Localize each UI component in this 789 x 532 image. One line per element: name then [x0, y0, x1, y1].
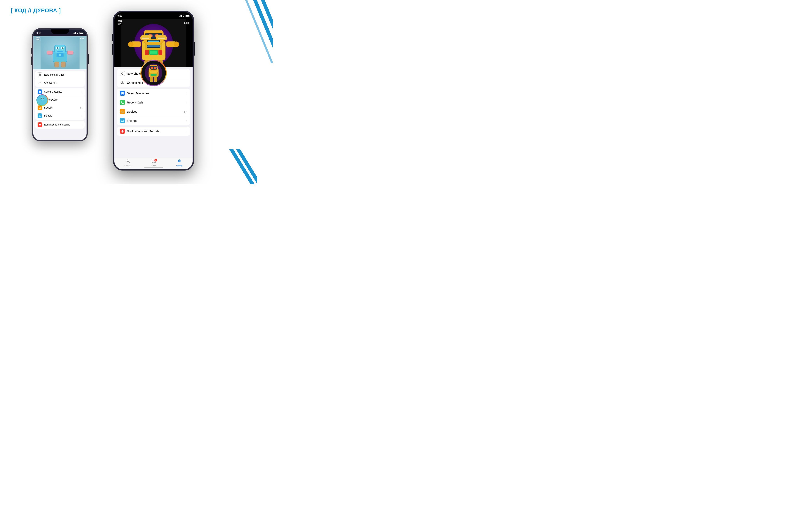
saved-chevron-left: › — [82, 91, 82, 93]
svg-rect-25 — [38, 39, 39, 40]
folders-chevron-right: › — [186, 119, 187, 122]
svg-point-92 — [154, 66, 156, 69]
saved-icon-right — [120, 91, 125, 96]
time-left: 9:18 — [36, 32, 41, 35]
svg-rect-81 — [118, 23, 119, 24]
signal-left — [73, 32, 76, 34]
svg-rect-71 — [158, 50, 162, 55]
menu-item-notif-left[interactable]: Notifications and Sounds › — [35, 121, 84, 129]
svg-point-64 — [174, 41, 179, 47]
svg-rect-60 — [148, 40, 159, 42]
svg-rect-12 — [57, 51, 63, 52]
saved-icon-left — [38, 90, 42, 94]
settings-tab-icon — [177, 159, 182, 164]
svg-point-63 — [128, 41, 133, 47]
qr-button-right[interactable] — [118, 20, 122, 25]
devices-label-right: Devices — [127, 110, 183, 113]
edit-button-right[interactable]: Edit — [184, 21, 189, 24]
robot-illustration-small — [40, 37, 79, 69]
phone-frame-left: 9:18 ▲ — [32, 28, 88, 141]
notif-label-left: Notifications and Sounds — [44, 124, 82, 126]
contacts-tab-icon — [126, 159, 130, 164]
menu-item-nft-left[interactable]: Choose NFT — [35, 79, 84, 87]
svg-point-91 — [150, 66, 153, 69]
edit-button-left[interactable]: Edit — [80, 37, 84, 40]
robot-bg-small — [33, 36, 87, 69]
svg-rect-14 — [68, 51, 73, 54]
logo-text-kod: КОД — [15, 7, 28, 14]
svg-line-3 — [230, 149, 257, 184]
side-btn-right-left2 — [112, 44, 113, 55]
side-btn-right-right — [194, 42, 195, 56]
side-btn-right-left1 — [112, 34, 113, 41]
phone-right: 9:18 ▲ — [113, 11, 194, 171]
menu-section-notif-right: Notifications and Sounds › — [117, 127, 190, 136]
side-btn-left1 — [31, 48, 32, 54]
devices-chevron-left: › — [82, 107, 82, 109]
svg-rect-85 — [121, 23, 122, 24]
battery-right — [186, 15, 189, 17]
saved-chevron-right: › — [186, 92, 187, 95]
notch — [51, 30, 69, 34]
qr-button-left[interactable] — [36, 37, 40, 41]
deco-lines-bottom-right — [218, 149, 257, 184]
wifi-left: ▲ — [77, 32, 79, 34]
menu-item-devices-right[interactable]: Devices 3 › — [117, 107, 190, 116]
devices-chevron-right: › — [186, 110, 187, 113]
chats-badge: 2 — [154, 159, 157, 162]
qr-icon-right — [118, 20, 122, 24]
svg-rect-45 — [39, 107, 40, 108]
folders-label-right: Folders — [127, 119, 186, 122]
notif-icon-right — [120, 129, 125, 134]
svg-rect-22 — [39, 37, 39, 38]
signal-right — [179, 15, 182, 17]
svg-rect-28 — [39, 40, 39, 40]
svg-rect-108 — [121, 111, 123, 112]
menu-item-photo-left[interactable]: New photo or video — [35, 71, 84, 79]
menu-item-folders-left[interactable]: Folders › — [35, 112, 84, 120]
camera-icon-right — [120, 71, 125, 76]
nft-icon-left — [38, 80, 42, 85]
phone-frame-right: 9:18 ▲ — [113, 11, 194, 171]
svg-point-18 — [59, 54, 61, 56]
calls-chevron-right: › — [186, 101, 187, 104]
svg-rect-83 — [121, 23, 122, 23]
svg-point-10 — [57, 48, 58, 49]
qr-icon — [36, 37, 40, 40]
time-right: 9:18 — [117, 15, 122, 17]
menu-section-notif-left: Notifications and Sounds › — [35, 121, 84, 129]
svg-point-111 — [122, 132, 123, 133]
folders-chevron-left: › — [82, 115, 82, 117]
menu-item-saved-right[interactable]: Saved Messages › — [117, 89, 190, 98]
calls-icon-right — [120, 100, 125, 105]
logo-bracket-open: [ — [11, 7, 13, 14]
wifi-right: ▲ — [183, 15, 185, 17]
menu-item-calls-right[interactable]: Recent Calls › — [117, 98, 190, 107]
battery-left — [79, 32, 83, 34]
svg-rect-13 — [47, 51, 53, 54]
side-btn-left2 — [31, 57, 32, 65]
phone-left: 9:18 ▲ — [32, 28, 88, 141]
menu-item-notif-right[interactable]: Notifications and Sounds › — [117, 127, 190, 136]
tab-settings[interactable]: Settings — [176, 159, 183, 167]
tab-chats[interactable]: 2 Chats — [151, 159, 156, 167]
calls-label-right: Recent Calls — [127, 101, 186, 104]
status-icons-right: ▲ — [179, 15, 189, 17]
tab-contacts[interactable]: Contacts — [125, 159, 132, 167]
svg-point-34 — [41, 98, 42, 99]
svg-rect-46 — [40, 108, 41, 108]
svg-point-35 — [43, 98, 44, 99]
calls-chevron-left: › — [82, 99, 82, 101]
status-icons-left: ▲ — [73, 32, 83, 34]
svg-rect-20 — [37, 37, 37, 38]
folders-icon-right — [120, 118, 125, 123]
notif-icon-left — [38, 122, 42, 127]
saved-label-right: Saved Messages — [127, 92, 186, 95]
logo-bracket-close: ] — [59, 7, 61, 14]
svg-rect-84 — [120, 24, 121, 24]
svg-rect-26 — [39, 39, 39, 39]
phone-screen-left: 9:18 ▲ — [33, 30, 87, 140]
svg-rect-79 — [121, 21, 121, 22]
menu-item-folders-right[interactable]: Folders › — [117, 116, 190, 125]
svg-rect-98 — [154, 77, 157, 82]
